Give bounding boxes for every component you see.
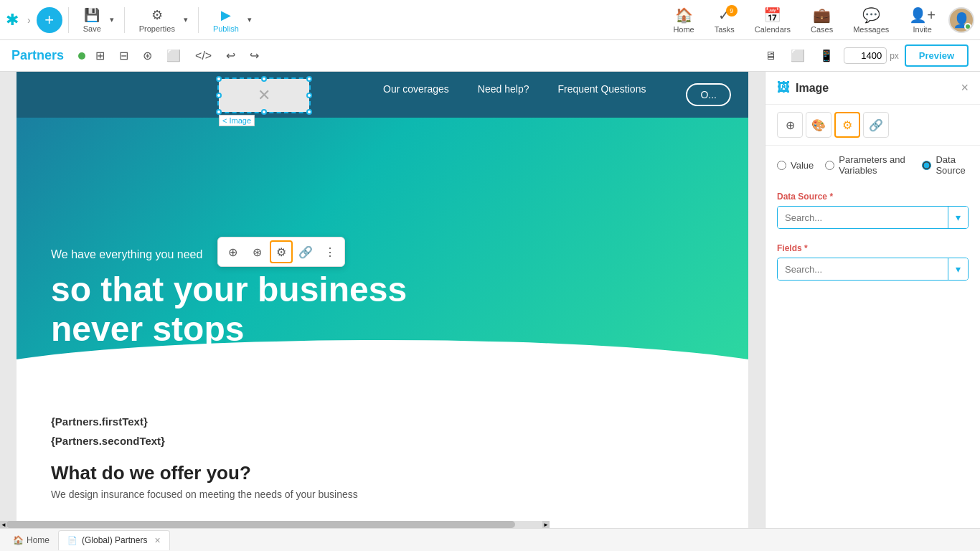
separator [68,7,69,33]
select-button[interactable]: ⬜ [162,46,185,65]
fields-dropdown-arrow[interactable]: ▾ [948,258,968,280]
mobile-view-button[interactable]: 📱 [815,46,838,65]
layers-button[interactable]: ⊟ [115,46,133,65]
fields-label: Fields * [777,243,969,253]
component-button[interactable]: ⊛ [138,46,156,65]
tab-close-button[interactable]: × [154,534,160,546]
component-icon: ⊛ [143,49,152,62]
nav-arrow[interactable]: › [24,14,34,26]
undo-button[interactable]: ↩ [222,46,240,65]
properties-icon: ⚙ [151,7,163,23]
datasource-label: Data Source * [777,192,969,202]
logo-icon[interactable]: ✱ [6,11,19,29]
float-expand-button[interactable]: ⊛ [245,240,268,263]
publish-group: ▶ Publish ▾ [207,4,253,36]
scroll-right-arrow[interactable]: ► [542,521,550,528]
datasource-dropdown-arrow[interactable]: ▾ [948,207,968,228]
panel-close-button[interactable]: × [961,80,969,95]
fields-section: Fields * ▾ [765,236,980,288]
home-tab-icon: 🏠 [13,535,24,545]
publish-button[interactable]: ▶ Publish [207,4,245,36]
hero-subtitle: We have everything you need [51,248,714,261]
float-more-button[interactable]: ⋮ [319,240,341,263]
undo-icon: ↩ [226,49,235,62]
panel-settings-button[interactable]: ⚙ [834,112,860,138]
float-settings-button[interactable]: ⚙ [270,240,293,263]
nav-link-help[interactable]: Need help? [478,83,529,106]
radio-params-option[interactable]: Parameters and Variables [825,154,910,176]
chevron-down-icon: ▾ [110,15,114,24]
scroll-left-arrow[interactable]: ◄ [0,521,7,528]
redo-button[interactable]: ↪ [245,46,263,65]
main-content: < Image ✕ Our coverages Need help? Frequ… [0,72,980,528]
handle-bm [261,109,267,115]
float-link-button[interactable]: 🔗 [294,240,317,263]
nav-contact-button[interactable]: O... [686,83,731,106]
radio-value-input[interactable] [777,161,786,170]
grid-view-button[interactable]: ⊞ [91,46,109,65]
publish-dropdown[interactable]: ▾ [246,12,253,27]
redo-icon: ↪ [250,49,259,62]
add-button[interactable]: + [37,7,62,33]
panel-image-icon: 🖼 [777,80,790,95]
canvas-scrollbar-thumb[interactable] [6,521,515,528]
width-unit: px [890,51,899,61]
calendars-button[interactable]: 📅 Calendars [748,4,798,37]
home-icon: 🏠 [675,6,693,24]
page-status-dot [78,52,85,60]
radio-datasource-input[interactable] [922,161,931,170]
panel-move-button[interactable]: ⊕ [777,112,803,138]
width-input[interactable] [844,47,887,64]
var2: {Partners.secondText} [51,431,714,451]
cases-icon: 💼 [813,6,831,24]
separator3 [198,7,199,33]
panel-link-button[interactable]: 🔗 [863,112,889,138]
cases-button[interactable]: 💼 Cases [804,4,840,37]
save-button[interactable]: 💾 Save [77,4,107,36]
properties-button[interactable]: ⚙ Properties [133,4,181,36]
site-nav: < Image ✕ Our coverages Need help? Frequ… [17,72,748,118]
cases-nav: 💼 Cases [804,4,840,37]
datasource-search-input[interactable] [778,207,948,228]
canvas-area[interactable]: < Image ✕ Our coverages Need help? Frequ… [0,72,765,528]
tab-global-partners[interactable]: 📄 (Global) Partners × [58,530,170,550]
tasks-badge: 9 [726,5,738,17]
offer-subtitle: We design insurance focused on meeting t… [51,489,714,500]
grid-icon: ⊞ [95,49,105,62]
properties-dropdown[interactable]: ▾ [182,12,189,27]
secondary-toolbar: Partners ⊞ ⊟ ⊛ ⬜ </> ↩ ↪ 🖥 ⬜ 📱 px Previe… [0,40,980,72]
fields-search-input[interactable] [778,259,948,280]
save-dropdown[interactable]: ▾ [108,12,116,27]
preview-button[interactable]: Preview [905,44,969,67]
messages-button[interactable]: 💬 Messages [846,4,896,37]
datasource-search: ▾ [777,206,969,229]
radio-params-input[interactable] [825,161,834,170]
panel-title: 🖼 Image [777,80,829,95]
float-move-button[interactable]: ⊕ [221,240,244,263]
right-panel: 🖼 Image × ⊕ 🎨 ⚙ 🔗 Value Parameters and V… [765,72,980,528]
nav-link-faq[interactable]: Frequent Questions [557,83,646,106]
radio-value-option[interactable]: Value [777,160,814,171]
hero-section: We have everything you need so that your… [17,118,748,383]
online-status-dot [964,23,971,30]
nav-link-coverages[interactable]: Our coverages [383,83,449,106]
messages-nav: 💬 Messages [846,4,896,37]
tablet-landscape-button[interactable]: ⬜ [786,46,809,65]
home-button[interactable]: 🏠 Home [666,4,701,37]
code-button[interactable]: </> [191,47,216,65]
radio-datasource-option[interactable]: Data Source [922,154,969,176]
panel-paint-button[interactable]: 🎨 [806,112,831,138]
canvas-scrollbar[interactable] [0,521,550,528]
layers-icon: ⊟ [119,49,128,62]
mobile-icon: 📱 [819,49,834,62]
image-placeholder-icon: ✕ [258,86,270,105]
desktop-view-button[interactable]: 🖥 [760,47,781,65]
messages-icon: 💬 [862,6,880,24]
calendars-icon: 📅 [763,6,781,24]
floating-toolbar: ⊕ ⊛ ⚙ 🔗 ⋮ [217,237,345,267]
invite-button[interactable]: 👤+ Invite [902,4,943,37]
user-avatar[interactable]: 👤 [948,7,974,33]
tab-home[interactable]: 🏠 Home [6,532,57,548]
calendars-nav: 📅 Calendars [748,4,798,37]
chevron-down-icon2: ▾ [184,15,188,24]
